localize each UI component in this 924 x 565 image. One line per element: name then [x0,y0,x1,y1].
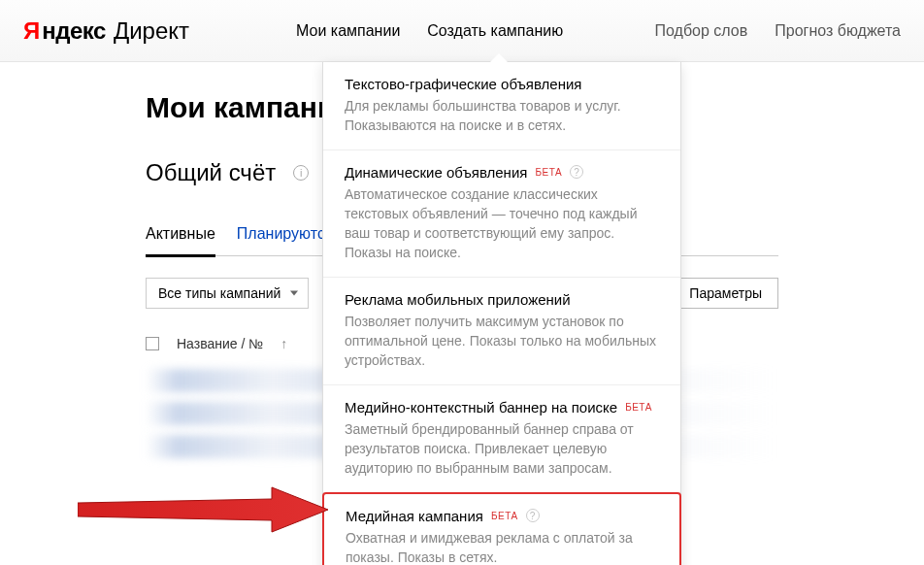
dd-desc: Автоматическое создание классических тек… [345,184,659,263]
dd-item-media-context-banner[interactable]: Медийно-контекстный баннер на поиске БЕТ… [323,385,680,493]
logo-ya: Я [23,17,40,45]
dd-item-text-graphic[interactable]: Текстово-графические объявления Для рекл… [323,62,680,150]
campaign-type-select[interactable]: Все типы кампаний [146,278,309,309]
nav-my-campaigns[interactable]: Мои кампании [296,22,400,40]
dd-title: Текстово-графические объявления [345,76,582,92]
params-button[interactable]: Параметры [673,278,778,309]
dd-desc: Охватная и имиджевая реклама с оплатой з… [346,528,658,565]
nav-main: Мои кампании Создать кампанию [296,22,563,40]
help-icon[interactable]: ? [570,165,583,179]
dd-desc: Заметный брендированный баннер справа от… [345,419,659,479]
dd-item-mobile-apps[interactable]: Реклама мобильных приложений Позволяет п… [323,278,680,385]
dd-desc: Для рекламы большинства товаров и услуг.… [345,96,659,136]
sort-arrow-icon: ↑ [280,336,287,351]
create-campaign-dropdown: Текстово-графические объявления Для рекл… [322,62,681,565]
beta-badge: БЕТА [625,402,652,413]
beta-badge: БЕТА [491,511,518,521]
col-name[interactable]: Название / № [177,336,263,351]
dd-title: Динамические объявления [345,164,527,181]
dd-item-dynamic[interactable]: Динамические объявления БЕТА ? Автоматич… [323,150,680,278]
tab-active[interactable]: Активные [146,225,215,257]
tab-planned[interactable]: Планируются [237,225,334,255]
dd-item-media-campaign[interactable]: Медийная кампания БЕТА ? Охватная и имид… [322,492,681,565]
balance-label: Общий счёт [146,159,276,186]
dd-title: Медийная кампания [346,508,483,524]
nav-budget-forecast[interactable]: Прогноз бюджета [775,22,901,40]
help-icon[interactable]: ? [526,509,540,522]
top-bar: Яндекс Директ Мои кампании Создать кампа… [0,0,924,62]
annotation-arrow-icon [78,485,330,534]
dd-desc: Позволяет получить максимум установок по… [345,312,659,371]
dd-title: Медийно-контекстный баннер на поиске [345,399,617,415]
nav-secondary: Подбор слов Прогноз бюджета [655,22,901,40]
nav-create-campaign[interactable]: Создать кампанию [427,22,563,40]
beta-badge: БЕТА [535,167,562,178]
nav-word-selection[interactable]: Подбор слов [655,22,748,40]
logo-direct: Директ [114,17,189,45]
info-icon[interactable]: i [293,165,309,181]
select-all-checkbox[interactable] [146,337,159,350]
dd-title: Реклама мобильных приложений [345,291,571,308]
logo-ndex: ндекс [42,17,106,45]
svg-marker-0 [78,487,328,532]
logo[interactable]: Яндекс Директ [23,17,189,45]
